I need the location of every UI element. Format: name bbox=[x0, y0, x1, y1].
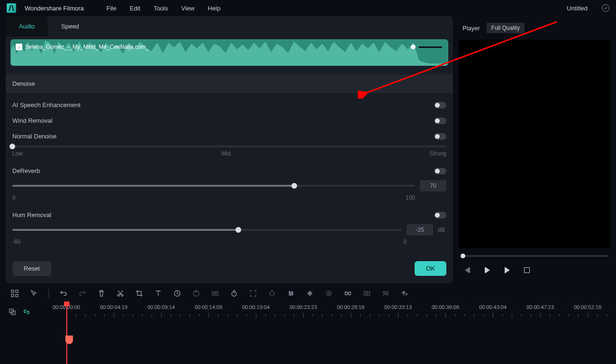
clip-filename: Selena_Gomez_-_My_Mind_Me_CeeNaija.com_ bbox=[25, 44, 149, 50]
toggle-normal-denoise[interactable] bbox=[434, 133, 446, 140]
menu-tools[interactable]: Tools bbox=[154, 5, 168, 12]
title-bar: Wondershare Filmora File Edit Tools View… bbox=[0, 0, 616, 16]
toggle-wind-removal[interactable] bbox=[434, 118, 446, 124]
undo-icon[interactable] bbox=[59, 289, 68, 298]
main-menu: File Edit Tools View Help bbox=[107, 5, 220, 12]
render-icon[interactable] bbox=[362, 289, 371, 298]
text-icon[interactable] bbox=[154, 289, 163, 298]
save-status-icon[interactable] bbox=[602, 4, 609, 12]
svg-point-19 bbox=[386, 291, 388, 293]
timeline-add-icon[interactable] bbox=[9, 308, 16, 316]
ruler-label: 00:00:43:04 bbox=[479, 304, 507, 310]
expand-icon[interactable] bbox=[249, 289, 257, 298]
player-tab-player[interactable]: Player bbox=[462, 25, 480, 32]
hum-value[interactable]: -25 bbox=[407, 224, 433, 236]
label-dereverb: DeReverb bbox=[12, 167, 434, 174]
step-forward-button[interactable] bbox=[482, 265, 492, 275]
redo-icon[interactable] bbox=[78, 289, 87, 298]
svg-point-5 bbox=[121, 294, 123, 296]
denoise-min-label: Low bbox=[12, 150, 23, 157]
svg-rect-1 bbox=[16, 290, 18, 292]
inspector-tabs: Audio Speed bbox=[6, 16, 453, 36]
clip-zoom-slider[interactable] bbox=[411, 45, 442, 49]
ruler-label: 00:00:28:18 bbox=[337, 304, 364, 310]
svg-rect-10 bbox=[214, 293, 217, 294]
link-icon[interactable] bbox=[344, 289, 352, 298]
step-back-button[interactable] bbox=[462, 265, 472, 275]
section-denoise[interactable]: Denoise bbox=[6, 74, 453, 93]
ruler-label: 00:00:47:23 bbox=[526, 304, 554, 310]
layout-icon[interactable] bbox=[10, 289, 19, 298]
timeline: 00:00:00:0000:00:04:1900:00:09:1400:00:1… bbox=[0, 303, 616, 354]
cut-icon[interactable] bbox=[116, 289, 125, 298]
tab-audio[interactable]: Audio bbox=[6, 16, 48, 36]
transport-controls bbox=[459, 257, 610, 283]
play-button[interactable] bbox=[502, 265, 512, 275]
svg-point-8 bbox=[196, 291, 197, 292]
video-preview[interactable] bbox=[459, 40, 610, 248]
label-normal-denoise: Normal Denoise bbox=[12, 133, 434, 140]
mask-icon[interactable] bbox=[211, 289, 219, 298]
svg-rect-16 bbox=[364, 291, 370, 295]
audio-tool-icon[interactable] bbox=[306, 289, 314, 298]
delete-icon[interactable] bbox=[97, 289, 106, 298]
timeline-tracks[interactable] bbox=[0, 320, 616, 354]
cursor-icon[interactable] bbox=[29, 289, 38, 298]
ruler-label: 00:00:14:09 bbox=[195, 304, 222, 310]
ruler-label: 00:00:38:08 bbox=[432, 304, 459, 310]
toggle-dereverb[interactable] bbox=[434, 168, 446, 174]
label-wind-removal: Wind Removal bbox=[12, 117, 434, 124]
svg-point-18 bbox=[383, 291, 385, 293]
slider-dereverb[interactable] bbox=[12, 185, 415, 187]
audio-clip-preview[interactable]: ♪ Selena_Gomez_-_My_Mind_Me_CeeNaija.com… bbox=[10, 39, 448, 66]
denoise-mid-label: Mid bbox=[222, 150, 231, 157]
label-hum-removal: Hum Removal bbox=[12, 211, 434, 218]
group-icon[interactable] bbox=[381, 289, 390, 298]
reset-button[interactable]: Reset bbox=[12, 261, 51, 276]
ruler-label: 00:00:19:04 bbox=[242, 304, 270, 310]
marker-icon[interactable] bbox=[400, 289, 409, 298]
crop-icon[interactable] bbox=[135, 289, 144, 298]
app-logo-icon bbox=[7, 3, 16, 13]
toggle-hum-removal[interactable] bbox=[434, 212, 446, 218]
menu-view[interactable]: View bbox=[181, 5, 194, 12]
dereverb-value[interactable]: 70 bbox=[420, 180, 446, 191]
hum-max-label: 0 bbox=[403, 238, 407, 245]
music-icon: ♪ bbox=[16, 44, 22, 50]
toggle-ai-speech[interactable] bbox=[434, 102, 446, 109]
timer-icon[interactable] bbox=[230, 289, 238, 298]
ruler-label: 00:00:04:19 bbox=[100, 304, 127, 310]
svg-rect-14 bbox=[345, 292, 347, 295]
keyframe-icon[interactable] bbox=[268, 289, 276, 298]
player-scrubber[interactable] bbox=[461, 255, 608, 257]
svg-rect-9 bbox=[212, 291, 218, 295]
speed-icon[interactable] bbox=[173, 289, 181, 298]
color-icon[interactable] bbox=[192, 289, 200, 298]
timeline-link-icon[interactable] bbox=[23, 308, 30, 316]
slider-normal-denoise[interactable] bbox=[12, 146, 446, 147]
hum-min-label: -60 bbox=[12, 238, 20, 245]
track-marker[interactable] bbox=[65, 336, 73, 344]
menu-edit[interactable]: Edit bbox=[130, 5, 140, 12]
player-tab-quality[interactable]: Full Quality bbox=[487, 23, 525, 33]
timeline-ruler[interactable]: 00:00:00:0000:00:04:1900:00:09:1400:00:1… bbox=[45, 303, 616, 320]
svg-point-17 bbox=[366, 292, 368, 294]
timeline-toolbar bbox=[0, 283, 616, 303]
label-ai-speech: AI Speech Enhancement bbox=[12, 101, 434, 109]
menu-file[interactable]: File bbox=[107, 5, 117, 12]
tab-speed[interactable]: Speed bbox=[48, 16, 92, 36]
svg-point-4 bbox=[118, 294, 119, 296]
adjust-icon[interactable] bbox=[287, 289, 295, 298]
dereverb-max-label: 100 bbox=[406, 194, 415, 201]
svg-point-13 bbox=[328, 293, 330, 294]
svg-rect-0 bbox=[11, 290, 14, 292]
document-title: Untitled bbox=[567, 5, 588, 12]
player-panel: Player Full Quality bbox=[459, 16, 610, 283]
track-icon[interactable] bbox=[325, 289, 333, 298]
clip-label: ♪ Selena_Gomez_-_My_Mind_Me_CeeNaija.com… bbox=[16, 44, 149, 50]
ok-button[interactable]: OK bbox=[415, 261, 446, 276]
stop-button[interactable] bbox=[522, 265, 532, 275]
menu-help[interactable]: Help bbox=[208, 5, 220, 12]
dereverb-min-label: 0 bbox=[12, 194, 16, 201]
slider-hum-removal[interactable] bbox=[12, 229, 402, 231]
